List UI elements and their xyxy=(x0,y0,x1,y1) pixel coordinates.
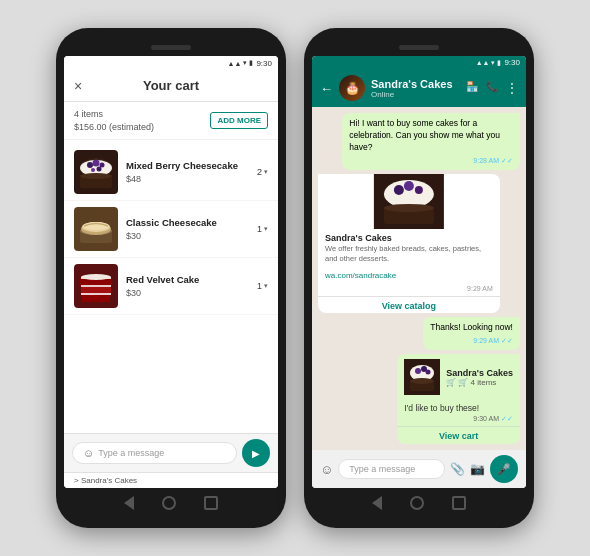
catalog-store-name: Sandra's Cakes xyxy=(325,233,493,243)
cart-cake-thumbnail xyxy=(404,359,440,395)
cart-message-time: 9:30 AM xyxy=(473,415,499,423)
item-image xyxy=(74,207,118,251)
cart-read-icon: ✓✓ xyxy=(501,415,513,423)
mic-button[interactable]: 🎤 xyxy=(490,455,518,483)
qty-chevron-icon[interactable]: ▾ xyxy=(264,168,268,176)
wifi-icon: ▾ xyxy=(243,59,247,67)
svg-rect-18 xyxy=(82,294,110,302)
catalog-message: Sandra's Cakes We offer freshly baked br… xyxy=(318,174,500,312)
cart-item: Mixed Berry Cheesecake $48 2 ▾ xyxy=(64,144,278,201)
item-image xyxy=(74,264,118,308)
left-phone-screen: ▲▲ ▾ ▮ 9:30 × Your cart 4 items $156.00 … xyxy=(64,56,278,488)
left-phone-top xyxy=(64,38,278,56)
cart-message-input[interactable]: ☺ Type a message xyxy=(72,442,237,464)
chat-avatar: 🎂 xyxy=(339,75,365,101)
svg-point-24 xyxy=(81,274,111,280)
svg-point-10 xyxy=(80,173,112,179)
cart-info: 4 items $156.00 (estimated) xyxy=(74,108,154,133)
read-check-icon: ✓✓ xyxy=(501,157,513,164)
item-quantity[interactable]: 1 ▾ xyxy=(257,281,268,291)
cart-summary: 4 items $156.00 (estimated) ADD MORE xyxy=(64,102,278,140)
svg-point-8 xyxy=(97,167,102,172)
cart-close-button[interactable]: × xyxy=(74,78,82,94)
cart-message-text: I'd like to buy these! xyxy=(397,400,520,415)
chat-input-bar: ☺ Type a message 📎 📷 🎤 xyxy=(312,450,526,488)
red-velvet-cake-image xyxy=(74,264,118,308)
send-button[interactable]: ▶ xyxy=(242,439,270,467)
catalog-time: 9:29 AM xyxy=(318,283,500,296)
home-nav-button[interactable] xyxy=(410,496,424,510)
home-nav-button[interactable] xyxy=(162,496,176,510)
mic-icon: 🎤 xyxy=(497,463,511,476)
chat-contact-status: Online xyxy=(371,90,460,99)
left-nav-bar xyxy=(64,488,278,518)
qty-value: 2 xyxy=(257,167,262,177)
back-nav-button[interactable] xyxy=(372,496,382,510)
svg-point-36 xyxy=(426,370,431,375)
item-quantity[interactable]: 1 ▾ xyxy=(257,224,268,234)
cart-message-input-bar: ☺ Type a message ▶ xyxy=(64,433,278,472)
cart-header: × Your cart xyxy=(64,70,278,102)
camera-icon[interactable]: 📷 xyxy=(470,462,485,476)
sent-message-text-2: Thanks! Looking now! xyxy=(430,322,513,332)
sent-message-text: Hi! I want to buy some cakes for a celeb… xyxy=(349,118,500,152)
cart-item: Red Velvet Cake $30 1 ▾ xyxy=(64,258,278,315)
chat-message-input[interactable]: Type a message xyxy=(338,459,445,479)
cart-bubble-content: Sandra's Cakes 🛒 🛒 4 items xyxy=(397,354,520,400)
item-quantity[interactable]: 2 ▾ xyxy=(257,167,268,177)
qty-chevron-icon[interactable]: ▾ xyxy=(264,225,268,233)
svg-point-31 xyxy=(384,204,434,212)
emoji-button[interactable]: ☺ xyxy=(320,462,333,477)
catalog-description: We offer freshly baked breads, cakes, pa… xyxy=(325,244,493,264)
sent-message-2: Thanks! Looking now! 9:29 AM ✓✓ xyxy=(423,317,520,351)
view-cart-button[interactable]: View cart xyxy=(397,426,520,444)
message-placeholder: Type a message xyxy=(98,448,164,458)
footer-store-label: > Sandra's Cakes xyxy=(64,472,278,488)
attachment-icon[interactable]: 📎 xyxy=(450,462,465,476)
recents-nav-button[interactable] xyxy=(452,496,466,510)
right-phone-top xyxy=(312,38,526,56)
cart-items-count: 🛒 🛒 4 items xyxy=(446,378,513,387)
right-status-icons: ▲▲ ▾ ▮ xyxy=(476,59,502,67)
mixed-berry-cake-image xyxy=(74,150,118,194)
estimated-price: $156.00 (estimated) xyxy=(74,121,154,134)
items-count: 4 items xyxy=(74,108,154,121)
call-icon[interactable]: 📞 xyxy=(486,81,498,95)
item-details: Red Velvet Cake $30 xyxy=(126,274,249,298)
svg-point-28 xyxy=(404,181,414,191)
add-more-button[interactable]: ADD MORE xyxy=(210,112,268,129)
speaker xyxy=(399,45,439,50)
item-name: Mixed Berry Cheesecake xyxy=(126,160,249,172)
more-options-icon[interactable]: ⋮ xyxy=(506,81,518,95)
right-phone-screen: ▲▲ ▾ ▮ 9:30 ← 🎂 Sandra's Cakes Online 🏪 … xyxy=(312,56,526,488)
svg-point-27 xyxy=(394,185,404,195)
back-nav-button[interactable] xyxy=(124,496,134,510)
item-name: Classic Cheesecake xyxy=(126,217,249,229)
emoji-icon[interactable]: ☺ xyxy=(83,447,94,459)
chat-messages: Hi! I want to buy some cakes for a celeb… xyxy=(312,107,526,450)
item-details: Mixed Berry Cheesecake $48 xyxy=(126,160,249,184)
recents-nav-button[interactable] xyxy=(204,496,218,510)
send-icon: ▶ xyxy=(252,448,260,459)
qty-chevron-icon[interactable]: ▾ xyxy=(264,282,268,290)
chat-action-buttons: 🏪 📞 ⋮ xyxy=(466,81,518,95)
store-icon[interactable]: 🏪 xyxy=(466,81,478,95)
cart-bubble-image xyxy=(404,359,440,395)
catalog-link[interactable]: wa.com/sandracake xyxy=(318,268,500,283)
read-check-icon-2: ✓✓ xyxy=(501,337,513,344)
catalog-cake-svg xyxy=(318,174,500,229)
svg-point-5 xyxy=(93,160,100,167)
right-phone: ▲▲ ▾ ▮ 9:30 ← 🎂 Sandra's Cakes Online 🏪 … xyxy=(304,28,534,528)
left-phone: ▲▲ ▾ ▮ 9:30 × Your cart 4 items $156.00 … xyxy=(56,28,286,528)
left-time: 9:30 xyxy=(256,59,272,68)
svg-point-7 xyxy=(91,168,95,172)
view-catalog-button[interactable]: View catalog xyxy=(318,296,500,313)
classic-cheesecake-image xyxy=(74,207,118,251)
chat-contact-info: Sandra's Cakes Online xyxy=(371,78,460,99)
svg-point-29 xyxy=(415,186,423,194)
svg-point-6 xyxy=(100,163,105,168)
chat-back-button[interactable]: ← xyxy=(320,81,333,96)
signal-icon: ▲▲ xyxy=(228,60,242,67)
battery-icon: ▮ xyxy=(249,59,253,67)
chat-message-placeholder: Type a message xyxy=(349,464,415,474)
